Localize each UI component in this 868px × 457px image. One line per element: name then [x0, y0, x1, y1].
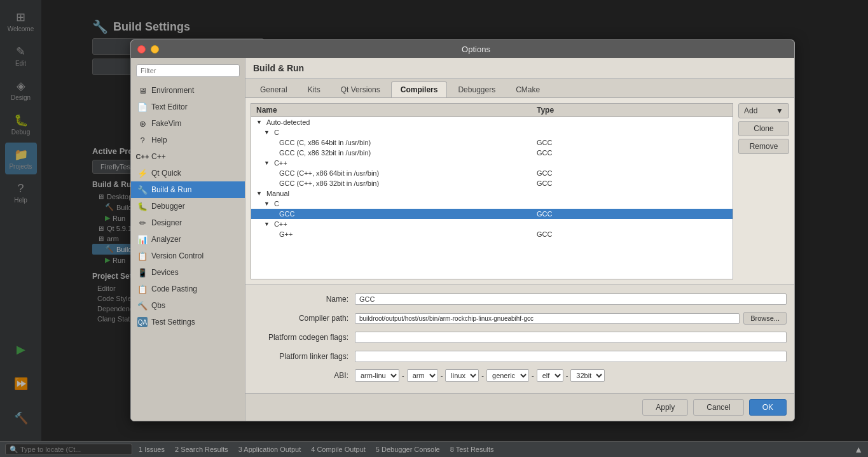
group-manual-label: Manual [264, 190, 727, 197]
gcc-c-32-type: GCC [537, 149, 727, 157]
tab-qt-versions[interactable]: Qt Versions [331, 81, 390, 97]
abi-dash-1: - [402, 372, 404, 379]
codegen-label: Platform codegen flags: [253, 333, 355, 342]
dialog-titlebar: Options [131, 40, 794, 58]
minimize-button[interactable] [151, 45, 159, 53]
search-box: 🔍 [5, 444, 132, 455]
tab-debuggers[interactable]: Debuggers [448, 81, 505, 97]
nav-item-analyzer[interactable]: 📊 Analyzer [131, 231, 245, 248]
auto-c-group[interactable]: ▼ C [251, 127, 733, 137]
nav-item-fakevim[interactable]: ⊛ FakeVim [131, 115, 245, 132]
search-input[interactable] [20, 446, 122, 453]
filter-input[interactable] [136, 64, 240, 77]
manual-triangle-icon: ▼ [256, 190, 262, 197]
nav-item-text-editor[interactable]: 📄 Text Editor [131, 99, 245, 115]
gcc-cpp-x86-64[interactable]: GCC (C++, x86 64bit in /usr/bin) GCC [251, 168, 733, 178]
status-tab-compile[interactable]: 4 Compile Output [311, 446, 366, 453]
nav-item-build-run[interactable]: 🔧 Build & Run [131, 181, 245, 198]
nav-item-cpp[interactable]: C++ C++ [131, 148, 245, 165]
tab-compilers[interactable]: Compilers [391, 81, 448, 97]
col-name-header: Name [256, 106, 537, 115]
ok-button[interactable]: OK [749, 399, 787, 416]
close-button[interactable] [137, 45, 146, 53]
details-form: Name: Compiler path: Browse... Platform … [245, 285, 794, 393]
tab-general[interactable]: General [251, 81, 297, 97]
cancel-button[interactable]: Cancel [693, 399, 743, 416]
remove-button[interactable]: Remove [738, 139, 789, 154]
linker-label: Platform linker flags: [253, 352, 355, 361]
manual-c-label: C [272, 200, 727, 207]
buildrun-icon: 🔧 [137, 185, 148, 195]
gcc-cpp-x86-32[interactable]: GCC (C++, x86 32bit in /usr/bin) GCC [251, 178, 733, 188]
nav-item-designer[interactable]: ✏ Designer [131, 214, 245, 231]
linker-input[interactable] [355, 351, 787, 362]
compiler-path-row: Compiler path: Browse... [253, 311, 787, 326]
compiler-path-input[interactable] [355, 313, 740, 324]
table-header: Name Type [251, 104, 733, 117]
auto-cpp-group[interactable]: ▼ C++ [251, 158, 733, 168]
nav-help-icon: ? [137, 135, 148, 145]
nav-label-cpp: C++ [151, 152, 166, 161]
status-tab-app-output[interactable]: 3 Application Output [238, 446, 301, 453]
nav-item-devices[interactable]: 📱 Devices [131, 264, 245, 281]
apply-button[interactable]: Apply [642, 399, 688, 416]
nav-label-debugger: Debugger [151, 202, 185, 211]
clone-button[interactable]: Clone [738, 121, 789, 136]
dialog-footer: Apply Cancel OK [245, 393, 794, 421]
manual-gcc-row[interactable]: GCC GCC [251, 209, 733, 219]
manual-gpp-row[interactable]: G++ GCC [251, 229, 733, 239]
linker-row: Platform linker flags: [253, 349, 787, 364]
browse-button[interactable]: Browse... [743, 312, 787, 325]
nav-item-version-control[interactable]: 📋 Version Control [131, 248, 245, 264]
group-auto-label: Auto-detected [264, 118, 727, 126]
dropdown-arrow-icon: ▼ [776, 106, 783, 115]
abi-dash-2: - [441, 372, 443, 379]
c-triangle-icon: ▼ [264, 129, 270, 136]
tab-cmake[interactable]: CMake [506, 81, 549, 97]
status-tab-tests[interactable]: 8 Test Results [450, 446, 494, 453]
nav-item-environment[interactable]: 🖥 Environment [131, 82, 245, 99]
status-tab-debugger[interactable]: 5 Debugger Console [376, 446, 440, 453]
qtquick-icon: ⚡ [137, 168, 148, 178]
name-input[interactable] [355, 293, 787, 305]
abi-distro-select[interactable]: linux [445, 369, 479, 382]
gcc-c-x86-32[interactable]: GCC (C, x86 32bit in /usr/bin) GCC [251, 148, 733, 158]
status-tabs: 1 Issues 2 Search Results 3 Application … [139, 446, 494, 453]
nav-label-help: Help [151, 136, 167, 144]
gcc-c-32-name: GCC (C, x86 32bit in /usr/bin) [277, 149, 537, 157]
nav-item-test-settings[interactable]: QA Test Settings [131, 314, 245, 330]
nav-item-code-pasting[interactable]: 📋 Code Pasting [131, 281, 245, 297]
abi-arch-select[interactable]: arm-linu [355, 369, 399, 382]
nav-label-designer: Designer [151, 218, 182, 227]
group-auto-detected[interactable]: ▼ Auto-detected [251, 117, 733, 127]
nav-label-fakevim: FakeVim [151, 119, 181, 128]
codegen-input[interactable] [355, 332, 787, 343]
abi-dash-5: - [566, 372, 568, 379]
nav-item-qbs[interactable]: 🔨 Qbs [131, 297, 245, 314]
abi-dash-3: - [481, 372, 484, 379]
abi-os-select[interactable]: arm [407, 369, 438, 382]
status-tab-search[interactable]: 2 Search Results [175, 446, 228, 453]
status-tab-issues[interactable]: 1 Issues [139, 446, 165, 453]
status-up-arrow[interactable]: ▲ [854, 444, 863, 454]
gcc-cpp-32-name: GCC (C++, x86 32bit in /usr/bin) [277, 179, 537, 187]
add-button[interactable]: Add ▼ [738, 103, 789, 118]
abi-type-select[interactable]: generic [486, 369, 529, 382]
codegen-row: Platform codegen flags: [253, 330, 787, 345]
gcc-c-64-name: GCC (C, x86 64bit in /usr/bin) [277, 139, 537, 146]
dialog-body: 🖥 Environment 📄 Text Editor ⊛ FakeVim ? … [131, 58, 794, 421]
tab-kits[interactable]: Kits [298, 81, 330, 97]
abi-bits-select[interactable]: 32bit [570, 369, 605, 382]
manual-c-group[interactable]: ▼ C [251, 199, 733, 209]
nav-item-qtquick[interactable]: ⚡ Qt Quick [131, 165, 245, 181]
group-manual[interactable]: ▼ Manual [251, 188, 733, 199]
dialog-title: Options [164, 45, 788, 54]
manual-cpp-group[interactable]: ▼ C++ [251, 219, 733, 229]
manual-c-triangle-icon: ▼ [264, 200, 270, 207]
abi-format-select[interactable]: elf [537, 369, 563, 382]
nav-item-help[interactable]: ? Help [131, 132, 245, 148]
gcc-c-x86-64[interactable]: GCC (C, x86 64bit in /usr/bin) GCC [251, 137, 733, 148]
nav-item-debugger[interactable]: 🐛 Debugger [131, 198, 245, 214]
tab-bar: General Kits Qt Versions Compilers Debug… [245, 79, 794, 98]
manual-gcc-name: GCC [277, 210, 537, 218]
